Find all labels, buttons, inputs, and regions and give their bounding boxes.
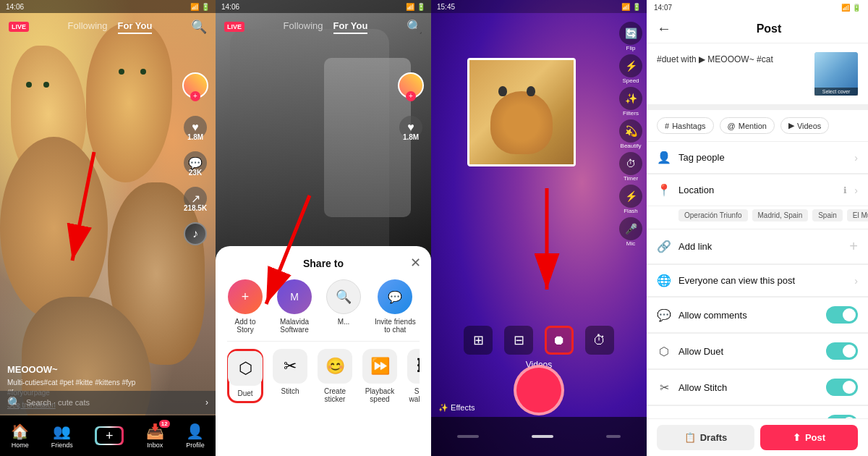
- status-icons-4: 📶 🔋: [841, 4, 861, 12]
- nav-inbox[interactable]: 📥 12 Inbox: [146, 423, 164, 449]
- search-icon-2[interactable]: 🔍: [407, 19, 422, 35]
- stitch-toggle[interactable]: [826, 379, 858, 396]
- page-title: Post: [680, 22, 858, 35]
- mention-icon: @: [728, 122, 736, 130]
- share-more[interactable]: 🔍 M...: [326, 279, 362, 334]
- record-button[interactable]: [514, 365, 564, 415]
- share-stitch[interactable]: ✂ Stitch: [272, 349, 308, 403]
- duet-label: Duet: [237, 389, 252, 397]
- select-cover-label[interactable]: Select cover: [814, 88, 858, 96]
- nav-back-3[interactable]: [457, 435, 479, 438]
- nav-foryou[interactable]: For You: [118, 20, 153, 34]
- status-icons-3: 📶 🔋: [621, 3, 641, 11]
- privacy-icon: 🌐: [657, 274, 671, 287]
- playback-label: Playbackspeed: [365, 387, 395, 403]
- share-malavida[interactable]: M MalavidaSoftware: [276, 279, 312, 334]
- nav-add[interactable]: +: [95, 426, 124, 445]
- allow-hq-row: ⬆ Allow high-quality uploads: [647, 406, 868, 418]
- share-playback[interactable]: ⏩ Playbackspeed: [362, 349, 398, 403]
- hq-toggle[interactable]: [826, 415, 858, 418]
- duet-section: ⬡ Allow Duet: [647, 334, 868, 370]
- status-bar-2: 14:06 📶 🔋: [216, 0, 431, 13]
- share-create-sticker[interactable]: 😊 Createsticker: [317, 349, 353, 403]
- cover-thumbnail[interactable]: Select cover: [814, 52, 858, 96]
- wallpaper-label: Set aswallpaper: [409, 387, 420, 403]
- tag-people-row[interactable]: 👤 Tag people ›: [647, 142, 868, 174]
- nav-following[interactable]: Following: [68, 20, 108, 34]
- like-count-2: 1.8M: [403, 133, 419, 141]
- videos-tag[interactable]: ▶ Videos: [780, 117, 829, 134]
- duet-icon: ⬡: [228, 351, 263, 386]
- search-bar[interactable]: 🔍 Search · cute cats ›: [0, 391, 216, 414]
- status-time-3: 15:45: [437, 3, 455, 11]
- duet-row-icon: ⬡: [657, 345, 671, 358]
- avatar[interactable]: [182, 72, 208, 98]
- timer-control[interactable]: ⏱ Timer: [619, 152, 642, 182]
- search-icon[interactable]: 🔍: [191, 19, 207, 35]
- cat-face: [490, 91, 553, 153]
- mic-icon: 🎤: [619, 217, 642, 240]
- nav-foryou-2[interactable]: For You: [333, 20, 368, 34]
- nav-following-2[interactable]: Following: [284, 20, 323, 34]
- allow-comments-label: Allow comments: [678, 310, 819, 321]
- search-text: Search · cute cats: [26, 398, 90, 407]
- nav-friends[interactable]: 👥 Friends: [51, 423, 73, 449]
- bottom-nav-3: [431, 417, 647, 456]
- videos-tag-label: Videos: [797, 122, 821, 130]
- comments-toggle[interactable]: [826, 306, 858, 324]
- post-button[interactable]: ⬆ Post: [760, 425, 858, 450]
- create-sticker-icon: 😊: [318, 349, 352, 384]
- nav-profile[interactable]: 👤 Profile: [186, 423, 205, 449]
- allow-comments-row: 💬 Allow comments: [647, 297, 868, 333]
- nav-home-3[interactable]: [532, 435, 553, 438]
- share-wallpaper[interactable]: 🖼 Set aswallpaper: [407, 349, 420, 403]
- top-bar-2: LIVE Following For You 🔍: [216, 13, 431, 41]
- layout-tool[interactable]: ⊟: [504, 326, 533, 355]
- allow-duet-row: ⬡ Allow Duet: [647, 334, 868, 369]
- record-tool[interactable]: ⏺: [545, 326, 574, 355]
- share-invite[interactable]: 💬 Invite friendsto chat: [375, 279, 416, 334]
- effects-label: ✨ Effects: [438, 403, 475, 413]
- post-icon: ⬆: [793, 432, 801, 443]
- location-row[interactable]: 📍 Location ℹ ›: [647, 174, 868, 206]
- home-icon: 🏠: [11, 423, 29, 440]
- videos-icon: ▶: [788, 121, 794, 130]
- grid-tool[interactable]: ⊞: [464, 326, 493, 355]
- add-link-plus[interactable]: +: [849, 238, 858, 255]
- share-add-story[interactable]: + Add toStory: [227, 279, 263, 334]
- flip-control[interactable]: 🔄 Flip: [619, 22, 642, 51]
- mention-tag[interactable]: @ Mention: [720, 117, 775, 134]
- everyone-label: Everyone can view this post: [678, 275, 847, 286]
- hashtags-tag[interactable]: # Hashtags: [657, 117, 714, 134]
- status-bar: 14:06 📶 🔋: [0, 0, 216, 13]
- tool-row: ⊞ ⊟ ⏺ ⏱: [464, 326, 614, 355]
- everyone-row[interactable]: 🌐 Everyone can view this post ›: [647, 265, 868, 297]
- timer-tool[interactable]: ⏱: [585, 326, 614, 355]
- add-story-label: Add toStory: [235, 318, 256, 334]
- tag-people-section: 👤 Tag people ›: [647, 142, 868, 174]
- filter-icon: ✨: [619, 87, 642, 110]
- duet-toggle[interactable]: [826, 342, 858, 360]
- share-count: 218.5K: [184, 204, 207, 212]
- timer-icon: ⏱: [619, 152, 642, 175]
- share-duet[interactable]: ⬡ Duet: [227, 349, 263, 403]
- location-tags: Operación Triunfo Madrid, Spain Spain El…: [647, 206, 868, 229]
- flash-control[interactable]: ⚡ Flash: [619, 185, 642, 214]
- panel-3: 15:45 📶 🔋 🔄 Flip ⚡ Speed ✨ Filters 💫 Bea…: [431, 0, 647, 456]
- tags-row: # Hashtags @ Mention ▶ Videos: [647, 110, 868, 142]
- drafts-button[interactable]: 📋 Drafts: [657, 425, 754, 450]
- speed-control[interactable]: ⚡ Speed: [619, 54, 642, 84]
- link-icon: 🔗: [657, 240, 671, 253]
- back-button[interactable]: ←: [657, 20, 671, 37]
- close-button[interactable]: ✕: [410, 255, 421, 271]
- stitch-section: ✂ Allow Stitch: [647, 370, 868, 406]
- mic-control[interactable]: 🎤 Mic: [619, 217, 642, 247]
- beautify-control[interactable]: 💫 Beautify: [619, 119, 642, 149]
- nav-home[interactable]: 🏠 Home: [11, 423, 29, 449]
- nav-square-3[interactable]: [606, 435, 621, 438]
- filter-control[interactable]: ✨ Filters: [619, 87, 642, 117]
- allow-stitch-row: ✂ Allow Stitch: [647, 370, 868, 405]
- avatar-2[interactable]: [398, 72, 424, 98]
- nav-bar: Following For You: [68, 20, 153, 34]
- add-link-row[interactable]: 🔗 Add link +: [647, 229, 868, 264]
